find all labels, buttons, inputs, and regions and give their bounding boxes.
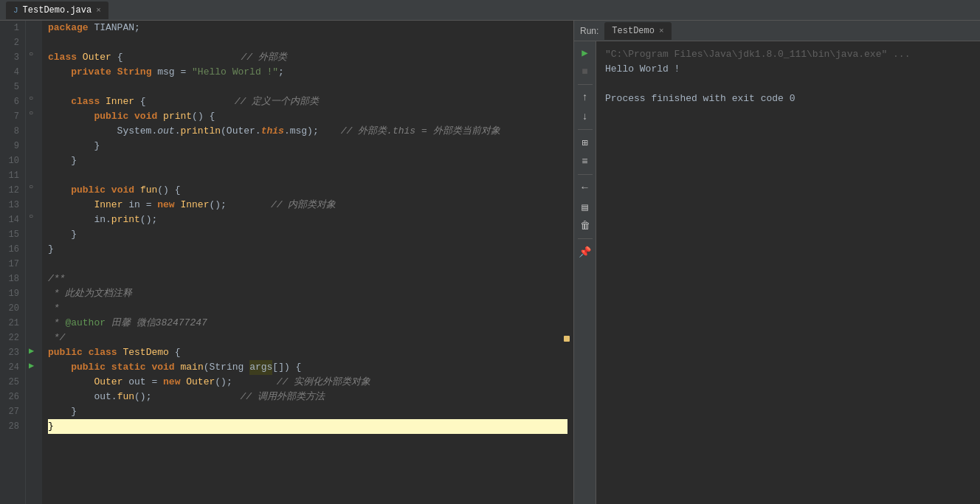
code-line-10: } (48, 153, 567, 168)
code-line-18: /** (48, 272, 567, 286)
code-line-24: public static void main(String args[]) { (48, 360, 567, 375)
run-tab-close[interactable]: × (659, 27, 664, 35)
back-button[interactable]: ← (577, 179, 593, 196)
code-line-26: out.fun();// 调用外部类方法 (48, 390, 567, 404)
code-line-25: Outer out = new Outer();// 实例化外部类对象 (48, 375, 567, 390)
screenshot-button[interactable]: ⊞ (577, 134, 593, 151)
run-panel: Run: TestDemo × ▶ ■ ↑ ↓ ⊞ ≡ ← ▤ 🗑 (574, 21, 980, 504)
gutter: ▶ ▶ ○ ○ ○ ○ ○ (26, 21, 42, 504)
code-line-9: } (48, 139, 567, 153)
code-line-12: public void fun() { (48, 183, 567, 198)
java-file-icon: J (13, 6, 18, 15)
code-line-6: class Inner {// 定义一个内部类 (48, 94, 567, 109)
code-line-16: } (48, 242, 567, 257)
print-button[interactable]: ▤ (577, 199, 593, 215)
run-toolbar: ▶ ■ ↑ ↓ ⊞ ≡ ← ▤ 🗑 📌 (574, 41, 596, 504)
fold-line-3[interactable]: ○ (29, 50, 33, 58)
code-line-7: public void print() { (48, 109, 567, 124)
fold-line-13[interactable]: ○ (29, 213, 33, 221)
editor-tab[interactable]: J TestDemo.java × (6, 1, 108, 19)
output-line-2: Hello World ! (605, 62, 971, 77)
code-line-3: class Outer {// 外部类 (48, 50, 567, 65)
fold-line-6[interactable]: ○ (29, 94, 33, 103)
code-line-15: } (48, 227, 567, 242)
run-header: Run: TestDemo × (574, 21, 980, 41)
code-line-17 (48, 257, 567, 272)
run-line-23[interactable]: ▶ (29, 345, 34, 356)
scroll-up-button[interactable]: ↑ (577, 89, 593, 106)
run-tab-label: TestDemo (612, 26, 655, 36)
output-line-4: Process finished with exit code 0 (605, 92, 971, 106)
output-line-3 (605, 77, 971, 92)
delete-button[interactable]: 🗑 (577, 218, 593, 234)
scroll-down-button[interactable]: ↓ (577, 108, 593, 125)
run-line-24[interactable]: ▶ (29, 360, 34, 371)
code-line-5 (48, 80, 567, 94)
settings-button[interactable]: ≡ (577, 153, 593, 170)
code-line-22: */ (48, 331, 567, 345)
code-line-4: private String msg = "Hello World !"; (48, 65, 567, 80)
code-line-14: in.print(); (48, 213, 567, 227)
code-line-20: * (48, 301, 567, 316)
code-line-19: * 此处为文档注释 (48, 286, 567, 301)
fold-line-12[interactable]: ○ (29, 183, 33, 191)
code-line-13: Inner in = new Inner();// 内部类对象 (48, 198, 567, 213)
code-line-21: * @author 田馨 微信382477247 (48, 316, 567, 331)
code-line-27: } (48, 404, 567, 419)
fold-line-7[interactable]: ○ (29, 109, 33, 117)
editor-tab-close[interactable]: × (96, 6, 101, 15)
code-line-28: } (48, 419, 567, 434)
toolbar-separator-1 (578, 84, 593, 85)
yellow-marker (564, 336, 570, 342)
title-bar: J TestDemo.java × (0, 0, 980, 21)
pin-button[interactable]: 📌 (577, 244, 593, 260)
code-line-23: public class TestDemo { (48, 345, 567, 360)
run-button[interactable]: ▶ (577, 44, 593, 61)
run-label: Run: (580, 26, 598, 36)
run-output: "C:\Program Files\Java\jdk1.8.0_111\bin\… (596, 41, 980, 504)
code-line-2 (48, 35, 567, 50)
editor-pane: 1234567 891011121314 15161718192021 2223… (0, 21, 574, 504)
toolbar-separator-3 (578, 174, 593, 175)
code-line-8: System.out.println(Outer.this.msg);// 外部… (48, 124, 567, 139)
editor-tab-label: TestDemo.java (23, 5, 92, 15)
code-line-1: package TIANPAN; (48, 21, 567, 35)
run-body: ▶ ■ ↑ ↓ ⊞ ≡ ← ▤ 🗑 📌 "C:\Program Files\Ja… (574, 41, 980, 504)
main-content: 1234567 891011121314 15161718192021 2223… (0, 21, 980, 504)
line-numbers: 1234567 891011121314 15161718192021 2223… (0, 21, 26, 504)
toolbar-separator-4 (578, 238, 593, 239)
stop-button[interactable]: ■ (577, 63, 593, 80)
code-line-11 (48, 168, 567, 183)
editor-body: 1234567 891011121314 15161718192021 2223… (0, 21, 573, 504)
run-tab[interactable]: TestDemo × (604, 22, 671, 40)
toolbar-separator-2 (578, 129, 593, 130)
code-area[interactable]: package TIANPAN; class Outer {// 外部类 pri… (42, 21, 573, 504)
output-line-1: "C:\Program Files\Java\jdk1.8.0_111\bin\… (605, 47, 971, 62)
